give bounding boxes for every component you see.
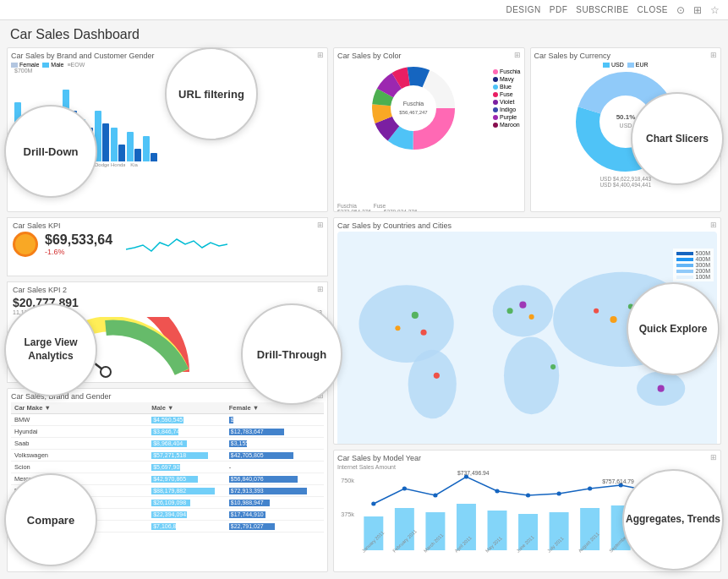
map-expand-icon[interactable]: ⊞ xyxy=(710,221,717,229)
svg-point-28 xyxy=(420,330,426,336)
chart3-expand-icon[interactable]: ⊞ xyxy=(710,51,717,59)
kpi1-expand-icon[interactable]: ⊞ xyxy=(317,221,324,229)
svg-point-27 xyxy=(395,325,400,330)
close-button[interactable]: CLOSE xyxy=(638,5,668,14)
svg-point-29 xyxy=(519,302,526,309)
donut-chart-svg: Fuschia $56,467,247 xyxy=(367,62,460,155)
compare-callout: Compare xyxy=(4,473,97,566)
drill-through-callout: Drill-Through xyxy=(241,303,342,405)
main-area: Car Sales Dashboard URL filtering Chart … xyxy=(0,20,728,579)
star-icon[interactable]: ☆ xyxy=(710,4,720,16)
svg-point-32 xyxy=(594,309,599,314)
subscribe-button[interactable]: SUBSCRIBE xyxy=(576,5,628,14)
table-row[interactable]: Scion$5,697,905- xyxy=(11,462,324,473)
svg-point-56 xyxy=(402,487,407,491)
svg-text:$757,614.79: $757,614.79 xyxy=(602,478,634,484)
svg-text:Fuschia: Fuschia xyxy=(403,101,424,107)
dashboard-title: Car Sales Dashboard xyxy=(7,27,721,42)
kpi1-sparkline xyxy=(126,232,227,256)
svg-point-23 xyxy=(504,336,559,414)
share-icon[interactable]: ⊙ xyxy=(676,4,685,16)
svg-point-33 xyxy=(610,316,616,323)
svg-point-59 xyxy=(495,489,499,494)
chart2-title: Car Sales by Color xyxy=(337,52,521,60)
line-chart-subtitle: Internet Sales Amount xyxy=(337,464,717,470)
design-button[interactable]: DESIGN xyxy=(506,5,540,14)
svg-point-21 xyxy=(408,350,457,419)
chart1-expand-icon[interactable]: ⊞ xyxy=(317,51,324,59)
svg-point-57 xyxy=(433,494,437,498)
kpi1-indicator xyxy=(13,232,38,257)
chart1-legend: Female Male ≡EOW xyxy=(11,62,324,68)
svg-text:50.1%: 50.1% xyxy=(616,113,635,121)
svg-text:750k: 750k xyxy=(341,478,354,484)
svg-point-26 xyxy=(412,312,419,319)
chart1-title: Car Sales by Brand and Customer Gender xyxy=(11,52,324,60)
col-male-header: Male ▼ xyxy=(148,402,226,414)
top-bar: DESIGN PDF SUBSCRIBE CLOSE ⊙ ⊞ ☆ xyxy=(0,0,728,20)
chart3-title: Car Sales by Currency xyxy=(534,52,718,60)
grid-icon[interactable]: ⊞ xyxy=(693,4,702,16)
large-view-callout: Large View Analytics xyxy=(4,303,97,396)
table-row[interactable]: Saab$8,968,404$3,155,109 xyxy=(11,438,324,450)
kpi1-value: $69,533,64 xyxy=(45,232,112,248)
svg-point-61 xyxy=(556,492,561,496)
pdf-button[interactable]: PDF xyxy=(550,5,568,14)
svg-text:$737,496.94: $737,496.94 xyxy=(457,470,490,476)
svg-point-39 xyxy=(434,373,440,379)
kpi1-panel[interactable]: Car Sales KPI $69,533,64 -1.6% ⊞ xyxy=(7,217,328,276)
chart2-expand-icon[interactable]: ⊞ xyxy=(514,51,521,59)
table-row[interactable]: Hyundai$3,846,745$12,783,647 xyxy=(11,426,324,438)
col-female-header: Female ▼ xyxy=(226,402,324,414)
svg-text:$56,467,247: $56,467,247 xyxy=(399,110,428,115)
model-year-expand-icon[interactable]: ⊞ xyxy=(710,453,717,462)
aggregates-callout: Aggregates, Trends xyxy=(622,469,724,571)
svg-point-31 xyxy=(507,308,513,314)
svg-point-9 xyxy=(400,95,427,122)
svg-point-62 xyxy=(588,487,592,491)
svg-point-40 xyxy=(658,385,665,392)
drill-down-callout: Drill-Down xyxy=(4,105,97,198)
url-filter-callout: URL filtering xyxy=(165,47,258,140)
quick-explore-callout: Quick Explore xyxy=(627,282,720,375)
svg-point-60 xyxy=(526,494,530,498)
svg-point-55 xyxy=(371,502,375,506)
color-chart[interactable]: Car Sales by Color xyxy=(333,47,525,212)
chart-slicer-callout: Chart Slicers xyxy=(631,92,724,185)
svg-point-22 xyxy=(493,285,553,336)
kpi2-expand-icon[interactable]: ⊞ xyxy=(317,285,324,293)
table-row[interactable]: BMW$4,590,545$32,089 xyxy=(11,414,324,426)
svg-point-19 xyxy=(101,367,111,377)
svg-text:USD: USD xyxy=(619,123,632,128)
col-brand-header: Car Make ▼ xyxy=(11,402,148,414)
svg-point-30 xyxy=(529,314,534,320)
svg-point-38 xyxy=(550,364,556,369)
kpi1-change: -1.6% xyxy=(45,248,112,256)
svg-text:375k: 375k xyxy=(341,511,354,518)
table-row[interactable]: Volkswagen$57,271,518$42,705,805 xyxy=(11,450,324,462)
svg-point-20 xyxy=(359,285,454,363)
